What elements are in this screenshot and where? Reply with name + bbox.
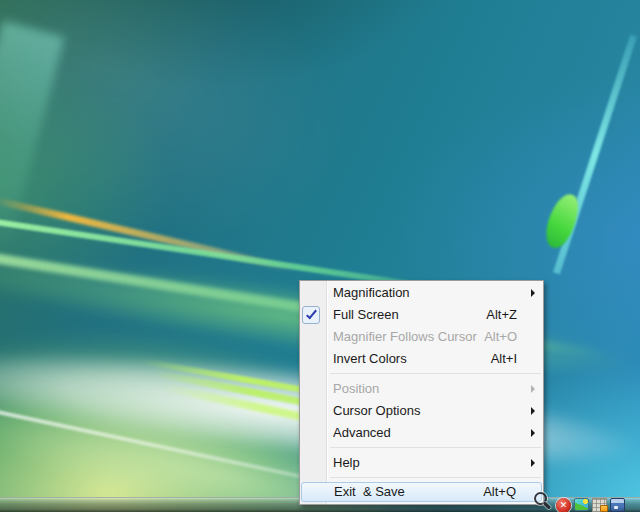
keyboard-lock-icon[interactable] xyxy=(592,498,607,512)
submenu-arrow-icon xyxy=(531,459,535,467)
software-box-icon[interactable] xyxy=(610,498,625,512)
submenu-arrow-icon xyxy=(531,289,535,297)
menu-item-cursor-options[interactable]: Cursor Options xyxy=(300,400,543,422)
menu-item-magnifier-follows-cursor[interactable]: Magnifier Follows Cursor Alt+O xyxy=(300,326,543,348)
display-settings-icon[interactable] xyxy=(574,498,589,511)
check-icon xyxy=(306,308,317,320)
menu-separator xyxy=(330,447,541,448)
menu-item-label: Magnifier Follows Cursor xyxy=(333,329,477,344)
menu-item-label: Exit & Save xyxy=(334,484,405,499)
menu-item-help[interactable]: Help xyxy=(300,452,543,474)
menu-item-label: Advanced xyxy=(333,425,391,440)
menu-item-exit-and-save[interactable]: Exit & Save Alt+Q xyxy=(301,482,542,502)
system-tray: ✕ xyxy=(556,498,625,512)
magnifier-context-menu: Magnification Full Screen Alt+Z Magnifie… xyxy=(299,280,544,505)
menu-separator xyxy=(330,477,541,478)
shortcut-label: Alt+Q xyxy=(483,483,516,501)
shortcut-label: Alt+O xyxy=(484,326,517,348)
magnifier-cursor xyxy=(534,492,547,505)
menu-separator xyxy=(330,373,541,374)
menu-item-label: Magnification xyxy=(333,285,410,300)
menu-item-advanced[interactable]: Advanced xyxy=(300,422,543,444)
menu-item-label: Help xyxy=(333,455,360,470)
menu-item-label: Position xyxy=(333,381,379,396)
menu-item-position[interactable]: Position xyxy=(300,378,543,400)
shortcut-label: Alt+Z xyxy=(486,304,517,326)
submenu-arrow-icon xyxy=(531,385,535,393)
menu-item-invert-colors[interactable]: Invert Colors Alt+I xyxy=(300,348,543,370)
submenu-arrow-icon xyxy=(531,429,535,437)
box-label-detail xyxy=(614,506,618,509)
error-red-x-icon[interactable]: ✕ xyxy=(556,498,571,512)
menu-item-label: Full Screen xyxy=(333,307,399,322)
checkmark-box xyxy=(302,306,320,324)
menu-item-label: Invert Colors xyxy=(333,351,407,366)
menu-item-magnification[interactable]: Magnification xyxy=(300,282,543,304)
menu-item-full-screen[interactable]: Full Screen Alt+Z xyxy=(300,304,543,326)
menu-item-label: Cursor Options xyxy=(333,403,420,418)
lock-icon xyxy=(600,505,608,512)
shortcut-label: Alt+I xyxy=(491,348,517,370)
submenu-arrow-icon xyxy=(531,407,535,415)
desktop-screen: ✕ Magnification Full Screen Alt+Z Magnif… xyxy=(0,0,640,512)
